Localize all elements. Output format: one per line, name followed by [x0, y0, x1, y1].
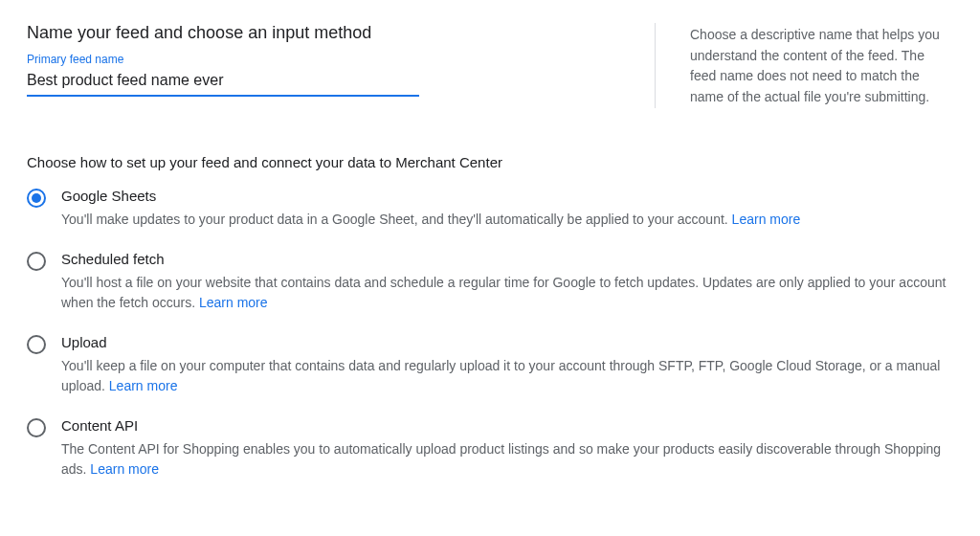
option-title-google-sheets: Google Sheets [61, 188, 953, 204]
option-upload: UploadYou'll keep a file on your compute… [27, 334, 953, 396]
input-method-options: Google SheetsYou'll make updates to your… [27, 188, 953, 480]
option-body-upload: UploadYou'll keep a file on your compute… [61, 334, 953, 396]
svg-point-1 [32, 193, 41, 203]
feed-name-input[interactable] [27, 68, 419, 97]
svg-point-3 [28, 336, 45, 353]
option-desc-text-upload: You'll keep a file on your computer that… [61, 358, 940, 393]
option-title-upload: Upload [61, 334, 953, 350]
option-desc-upload: You'll keep a file on your computer that… [61, 356, 953, 396]
radio-content-api[interactable] [27, 418, 46, 437]
learn-more-link-upload[interactable]: Learn more [109, 378, 178, 393]
option-body-google-sheets: Google SheetsYou'll make updates to your… [61, 188, 953, 230]
feed-name-label: Primary feed name [27, 53, 620, 66]
feed-name-column: Name your feed and choose an input metho… [27, 23, 620, 108]
option-desc-google-sheets: You'll make updates to your product data… [61, 210, 953, 230]
radio-google-sheets[interactable] [27, 189, 46, 208]
svg-point-4 [28, 419, 45, 436]
radio-upload[interactable] [27, 335, 46, 354]
feed-name-input-wrap [27, 68, 419, 97]
help-text: Choose a descriptive name that helps you… [690, 23, 953, 108]
option-body-scheduled-fetch: Scheduled fetchYou'll host a file on you… [61, 251, 953, 313]
option-title-content-api: Content API [61, 417, 953, 434]
option-scheduled-fetch: Scheduled fetchYou'll host a file on you… [27, 251, 953, 313]
learn-more-link-content-api[interactable]: Learn more [90, 461, 159, 477]
option-body-content-api: Content APIThe Content API for Shopping … [61, 417, 953, 480]
option-content-api: Content APIThe Content API for Shopping … [27, 417, 953, 480]
radio-scheduled-fetch[interactable] [27, 252, 46, 271]
option-desc-scheduled-fetch: You'll host a file on your website that … [61, 273, 953, 313]
option-desc-text-content-api: The Content API for Shopping enables you… [61, 441, 941, 477]
learn-more-link-scheduled-fetch[interactable]: Learn more [199, 295, 268, 310]
option-title-scheduled-fetch: Scheduled fetch [61, 251, 953, 267]
page-heading: Name your feed and choose an input metho… [27, 23, 620, 43]
option-desc-text-google-sheets: You'll make updates to your product data… [61, 212, 728, 227]
option-desc-text-scheduled-fetch: You'll host a file on your website that … [61, 275, 946, 310]
learn-more-link-google-sheets[interactable]: Learn more [732, 212, 801, 227]
input-method-subheading: Choose how to set up your feed and conne… [27, 154, 953, 170]
vertical-divider [655, 23, 656, 108]
option-google-sheets: Google SheetsYou'll make updates to your… [27, 188, 953, 230]
svg-point-2 [28, 253, 45, 270]
option-desc-content-api: The Content API for Shopping enables you… [61, 439, 953, 480]
top-section: Name your feed and choose an input metho… [27, 23, 953, 108]
